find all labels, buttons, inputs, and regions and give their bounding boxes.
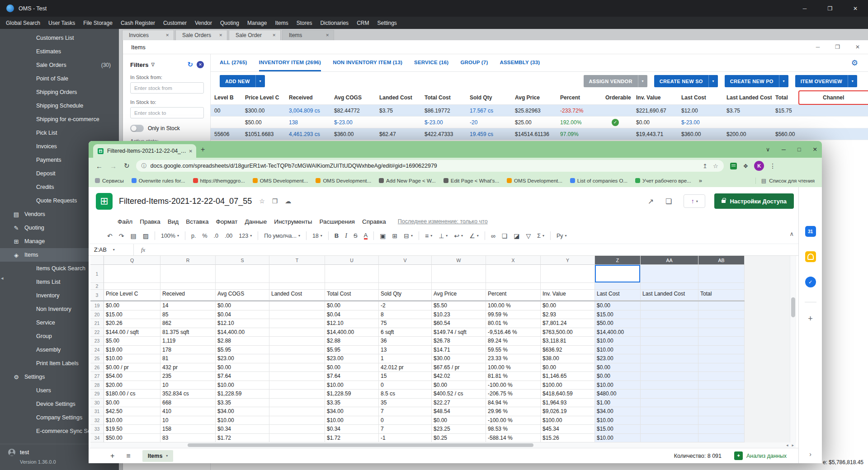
italic-icon[interactable]: I <box>342 230 350 242</box>
cell-S24[interactable]: $5.95 <box>216 346 269 355</box>
font-select[interactable]: По умолча...▾ <box>261 230 303 242</box>
cell-X1[interactable] <box>486 265 541 283</box>
cell-U24[interactable]: $5.95 <box>325 346 379 355</box>
back-icon[interactable]: ← <box>96 162 103 170</box>
cell-X3[interactable]: Percent <box>486 290 541 301</box>
assign-vendor-dropdown-icon[interactable]: ▾ <box>638 75 647 87</box>
text-wrap-icon[interactable]: ↩▾ <box>451 230 466 242</box>
type-tab-service-16[interactable]: SERVICE (16) <box>414 54 448 71</box>
cell-W25[interactable]: $30.00 <box>432 354 486 363</box>
spreadsheet-title[interactable]: Filtered-Items-2021-12-22-04_07_55 <box>119 197 252 206</box>
type-tab-assembly-33[interactable]: ASSEMBLY (33) <box>500 54 540 71</box>
cell-Z2[interactable] <box>595 283 641 290</box>
activity-history-icon[interactable]: ↗ <box>648 197 654 206</box>
cell-W26[interactable]: $67.65 / pr <box>432 363 486 372</box>
menu-item-global-search[interactable]: Global Search <box>2 17 44 29</box>
cell-S34[interactable]: $1.72 <box>216 434 269 443</box>
assign-vendor-button[interactable]: ASSIGN VENDOR ▾ <box>584 75 647 87</box>
cell-V3[interactable]: Sold Qty <box>379 290 432 301</box>
sheets-menu-вид[interactable]: Вид <box>164 218 182 225</box>
table-row[interactable]: 55606$1051.66834,461.293 cs$360.00$62.47… <box>211 128 868 140</box>
input-tools-select[interactable]: Ру▾ <box>553 230 570 242</box>
cell-X29[interactable]: -206.75 % <box>486 390 541 399</box>
menu-item-quoting[interactable]: Quoting <box>216 17 243 29</box>
cell-Q26[interactable]: $0.00 / pr <box>104 363 160 372</box>
cell-Y26[interactable]: $0.00 <box>541 363 595 372</box>
reload-icon[interactable]: ↻ <box>124 162 130 170</box>
browser-menu-icon[interactable]: ⋮ <box>769 162 776 169</box>
menu-item-user-tasks[interactable]: User Tasks <box>44 17 79 29</box>
cell-AA1[interactable] <box>641 265 698 283</box>
cell-U27[interactable]: $7.64 <box>325 372 379 381</box>
row-header-33[interactable]: 33 <box>90 425 104 434</box>
type-tab-inventory-item-2696[interactable]: INVENTORY ITEM (2696) <box>259 54 321 71</box>
cell-AA31[interactable] <box>641 407 698 416</box>
row-header-20[interactable]: 20 <box>90 310 104 320</box>
cell-AB2[interactable] <box>698 283 745 290</box>
menu-item-vendor[interactable]: Vendor <box>191 17 216 29</box>
column-header-channel[interactable]: Channel <box>819 90 868 104</box>
row-header-1[interactable]: 1 <box>90 265 104 283</box>
cell-W23[interactable]: $26.78 <box>432 337 486 346</box>
cell-Y29[interactable]: $418,640.59 <box>541 390 595 399</box>
cell-S1[interactable] <box>216 265 269 283</box>
horizontal-scrollbar[interactable]: ◂ ▸ <box>90 442 796 448</box>
cell-AA20[interactable] <box>641 310 698 320</box>
cell-W31[interactable]: $48.54 <box>432 407 486 416</box>
create-new-so-dropdown-icon[interactable]: ▾ <box>708 75 718 87</box>
cell-V30[interactable]: 35 <box>379 399 432 408</box>
cell-V20[interactable]: 8 <box>379 310 432 320</box>
in-stock-from-input[interactable] <box>130 82 204 94</box>
cell-Q34[interactable]: $50.00 <box>104 434 160 443</box>
cell-R28[interactable]: 10 <box>160 381 216 390</box>
workspace-tab-sale-order[interactable]: Sale Order✕ <box>229 30 281 40</box>
cell-Z20[interactable]: $15.00 <box>595 310 641 320</box>
cell-T31[interactable] <box>269 407 325 416</box>
row-header-27[interactable]: 27 <box>90 372 104 381</box>
row-header-28[interactable]: 28 <box>90 381 104 390</box>
cell-T19[interactable] <box>269 301 325 310</box>
row-header-31[interactable]: 31 <box>90 407 104 416</box>
inner-minimize-icon[interactable]: ─ <box>816 44 820 50</box>
name-box[interactable]: Z:AB ▾ <box>89 244 134 255</box>
cell-R33[interactable]: 158 <box>160 425 216 434</box>
cell-S19[interactable]: $0.00 <box>216 301 269 310</box>
column-header-sold-qty[interactable]: Sold Qty <box>466 90 511 104</box>
cell-Q24[interactable]: $19.00 <box>104 346 160 355</box>
cell-Y34[interactable]: $15.26 <box>541 434 595 443</box>
sheets-menu-данные[interactable]: Данные <box>241 218 270 225</box>
cell-T26[interactable] <box>269 363 325 372</box>
comments-icon[interactable]: ❏ <box>665 197 672 206</box>
keep-icon[interactable] <box>805 251 816 262</box>
cell-AA23[interactable] <box>641 337 698 346</box>
bookmark-edit-page-what-s[interactable]: Edit Page < What's... <box>443 178 499 183</box>
column-header-last-cost[interactable]: Last Cost <box>678 90 723 104</box>
cell-T32[interactable] <box>269 416 325 425</box>
cell-AB33[interactable] <box>698 425 745 434</box>
all-sheets-icon[interactable]: ≡ <box>126 452 130 460</box>
type-tab-group-7[interactable]: GROUP (7) <box>460 54 488 71</box>
cell-AB19[interactable] <box>698 301 745 310</box>
cell-T1[interactable] <box>269 265 325 283</box>
menu-item-crm[interactable]: CRM <box>353 17 373 29</box>
cell-AA25[interactable] <box>641 354 698 363</box>
restore-button[interactable]: ❐ <box>817 0 843 17</box>
cell-Y21[interactable]: $7,801.24 <box>541 319 595 328</box>
print-icon[interactable]: ▤ <box>127 230 139 242</box>
cell-U30[interactable]: $3.35 <box>325 399 379 408</box>
cell-W22[interactable]: $149.74 / sqft <box>432 328 486 337</box>
row-header-30[interactable]: 30 <box>90 399 104 408</box>
cell-Q23[interactable]: $5.00 <box>104 337 160 346</box>
cell-U33[interactable]: $0.34 <box>325 425 379 434</box>
move-folder-icon[interactable]: ❐ <box>272 197 278 205</box>
cell-AB31[interactable] <box>698 407 745 416</box>
cell-Y25[interactable]: $38.00 <box>541 354 595 363</box>
cell-U32[interactable]: $10.00 <box>325 416 379 425</box>
cell-Y20[interactable]: $2.93 <box>541 310 595 320</box>
reading-list-button[interactable]: ▤ Список для чтения <box>755 178 822 184</box>
row-header-22[interactable]: 22 <box>90 328 104 337</box>
menu-item-file-storage[interactable]: File Storage <box>79 17 117 29</box>
cell-R31[interactable]: 410 <box>160 407 216 416</box>
cell-Z34[interactable]: $10.00 <box>595 434 641 443</box>
cell-T34[interactable] <box>269 434 325 443</box>
